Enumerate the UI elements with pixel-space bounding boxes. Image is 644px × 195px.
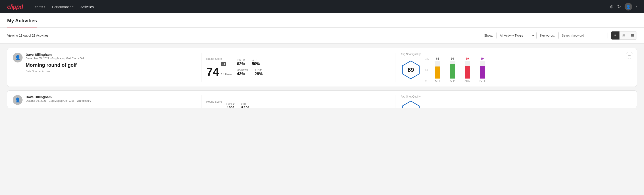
- refresh-icon[interactable]: ↻: [617, 4, 621, 9]
- avatar-chevron-icon: ▾: [636, 6, 637, 8]
- page-header: My Activities: [0, 14, 644, 28]
- main-content: ✏ 👤 Dave Billingham December 05, 2021 · …: [0, 44, 644, 116]
- hex-score-value: 89: [408, 66, 414, 74]
- round-score-label: Round Score: [206, 57, 232, 60]
- avatar-icon: 👤: [626, 5, 630, 9]
- shot-quality-bars: 100 50 0 85 OTT: [425, 58, 488, 82]
- user-avatar-nav[interactable]: 👤: [624, 3, 632, 10]
- edit-button[interactable]: ✏: [626, 52, 633, 59]
- round-score-partial: —: [206, 105, 215, 108]
- round-score-group: Round Score —: [206, 100, 222, 108]
- person-icon: 👤: [15, 97, 20, 103]
- round-score-label: Round Score: [206, 100, 222, 103]
- nav-teams[interactable]: Teams ▾: [30, 3, 48, 10]
- stat-pairs: FW Hit 62% GIR 50% Up/Down 43%: [237, 58, 263, 76]
- activity-card: 👤 Dave Billingham October 16, 2021 · Gog…: [7, 90, 637, 108]
- view-toggle-grid[interactable]: ⊞: [620, 32, 628, 40]
- grid-icon: ⊞: [622, 34, 625, 38]
- user-info: Dave Billingham December 05, 2021 · Gog …: [26, 53, 84, 73]
- activity-title: Morning round of golf: [26, 62, 84, 68]
- viewing-count-text: Viewing 12 out of 29 Activities: [7, 34, 481, 37]
- view-toggle-list-compact[interactable]: ≡: [611, 32, 620, 40]
- user-info: Dave Billingham October 16, 2021 · Gog M…: [26, 95, 91, 102]
- filter-bar: Viewing 12 out of 29 Activities Show: Al…: [0, 28, 644, 44]
- round-score-value: 74: [206, 66, 219, 78]
- user-name: Dave Billingham: [26, 95, 91, 99]
- holes-text: 18 Holes: [221, 72, 232, 76]
- avg-shot-quality-section: Avg Shot Quality 89: [401, 53, 488, 82]
- fw-hit-stat: FW Hit 62%: [237, 58, 245, 66]
- activity-date-location: October 16, 2021 · Gog Magog Golf Club -…: [26, 99, 91, 102]
- page-title: My Activities: [7, 18, 37, 28]
- activity-type-select-wrapper: All Activity Types: [496, 32, 537, 39]
- nav-performance[interactable]: Performance ▾: [49, 3, 76, 10]
- user-name: Dave Billingham: [26, 53, 84, 56]
- activity-type-select[interactable]: All Activity Types: [496, 32, 537, 39]
- gir-stat: GIR 50%: [252, 58, 260, 66]
- user-avatar: 👤: [13, 95, 22, 105]
- bar-arg: 89 ARG: [462, 57, 473, 82]
- fw-hit-stat: FW Hit 43%: [226, 103, 235, 108]
- one-putt-stat: 1 Putt 28%: [254, 68, 263, 76]
- hexagon-score: [401, 100, 421, 108]
- gir-stat: GIR 56%: [241, 103, 249, 108]
- nav-items: Teams ▾ Performance ▾ Activities: [30, 3, 603, 10]
- score-badge: +4: [221, 62, 226, 66]
- show-label: Show:: [484, 34, 493, 37]
- avg-shot-label: Avg Shot Quality: [401, 53, 488, 56]
- up-down-stat: Up/Down 43%: [237, 68, 248, 76]
- activity-card: ✏ 👤 Dave Billingham December 05, 2021 · …: [7, 48, 637, 87]
- keywords-label: Keywords:: [540, 34, 555, 37]
- view-toggle-group: ≡ ⊞ ☰: [611, 31, 637, 40]
- nav-activities[interactable]: Activities: [78, 3, 97, 10]
- round-score-group: Round Score 74 +4 18 Holes: [206, 57, 232, 78]
- avg-shot-quality-section: Avg Shot Quality 94 82 106 87: [401, 95, 447, 108]
- teams-chevron-icon: ▾: [44, 6, 45, 8]
- keyword-input[interactable]: [558, 32, 608, 39]
- navbar: clippd Teams ▾ Performance ▾ Activities …: [0, 0, 644, 14]
- hexagon-score: 89: [401, 60, 421, 80]
- bar-app: 90 APP: [447, 57, 458, 82]
- edit-icon: ✏: [628, 54, 631, 57]
- app-logo[interactable]: clippd: [7, 3, 23, 10]
- user-avatar: 👤: [13, 53, 22, 62]
- data-source: Data Source: Arccos: [26, 70, 84, 73]
- bar-ott: 85 OTT: [432, 57, 444, 82]
- list-detail-icon: ☰: [631, 34, 634, 38]
- svg-marker-1: [402, 101, 419, 108]
- avg-shot-label: Avg Shot Quality: [401, 95, 447, 98]
- stat-pairs: FW Hit 43% GIR 56%: [226, 103, 250, 108]
- list-compact-icon: ≡: [614, 34, 616, 38]
- view-toggle-list-detail[interactable]: ☰: [628, 32, 637, 40]
- add-icon[interactable]: ⊕: [610, 4, 614, 9]
- navbar-right: ⊕ ↻ 👤 ▾: [610, 3, 637, 10]
- person-icon: 👤: [15, 55, 20, 60]
- bar-putt: 89 PUTT: [476, 57, 488, 82]
- performance-chevron-icon: ▾: [72, 6, 74, 8]
- activity-date-location: December 05, 2021 · Gog Magog Golf Club …: [26, 57, 84, 60]
